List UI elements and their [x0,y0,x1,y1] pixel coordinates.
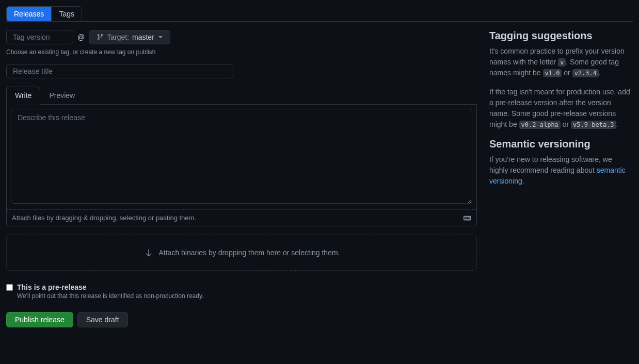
attach-files-hint[interactable]: Attach files by dragging & dropping, sel… [12,214,196,222]
arrow-down-icon [143,247,154,258]
tag-help-text: Choose an existing tag, or create a new … [6,48,477,56]
release-title-input[interactable] [6,64,233,78]
markdown-icon[interactable] [463,214,471,222]
description-textarea[interactable] [11,109,472,204]
tag-version-input[interactable] [6,30,73,44]
dropzone-text: Attach binaries by dropping them here or… [159,249,340,257]
prerelease-label: This is a pre-release [17,283,203,291]
target-branch-name: master [132,33,154,41]
at-separator: @ [77,33,85,41]
publish-release-button[interactable]: Publish release [6,312,73,327]
sidebar: Tagging suggestions It's common practice… [489,30,633,327]
prerelease-sublabel: We'll point out that this release is ide… [17,292,203,300]
editor-tab-preview[interactable]: Preview [40,87,84,104]
target-label: Target: [107,33,129,41]
tab-releases[interactable]: Releases [7,7,51,21]
main-column: @ Target: master Choose an existing tag,… [6,30,477,327]
editor-body: Attach files by dragging & dropping, sel… [6,105,477,226]
semver-heading: Semantic versioning [489,138,633,150]
target-branch-button[interactable]: Target: master [89,30,170,44]
semver-paragraph: If you're new to releasing software, we … [489,154,633,187]
tagging-heading: Tagging suggestions [489,30,633,42]
binaries-dropzone[interactable]: Attach binaries by dropping them here or… [6,235,477,271]
top-tabnav: Releases Tags [6,6,633,22]
git-branch-icon [97,34,104,41]
tab-tags[interactable]: Tags [51,7,82,21]
editor-tabs: Write Preview [6,87,477,105]
tagging-paragraph-2: If the tag isn't meant for production us… [489,87,633,130]
tagging-paragraph-1: It's common practice to prefix your vers… [489,46,633,78]
chevron-down-icon [158,36,163,38]
prerelease-checkbox[interactable] [6,284,13,291]
save-draft-button[interactable]: Save draft [77,312,128,327]
editor-tab-write[interactable]: Write [6,87,40,105]
